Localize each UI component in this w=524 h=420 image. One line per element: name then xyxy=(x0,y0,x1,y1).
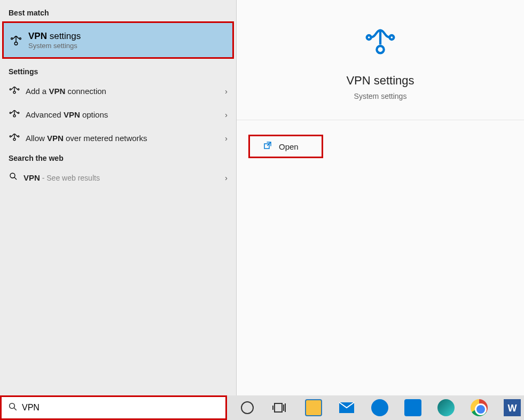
word-button[interactable]: W xyxy=(500,396,524,419)
open-button[interactable]: Open xyxy=(248,135,323,158)
chrome-icon xyxy=(471,399,488,416)
chevron-right-icon: › xyxy=(225,134,228,143)
settings-item-allow-vpn-metered[interactable]: Allow VPN over metered networks › xyxy=(0,126,236,150)
svg-text:W: W xyxy=(508,403,517,414)
svg-point-9 xyxy=(13,138,15,141)
open-label: Open xyxy=(279,142,299,151)
svg-point-0 xyxy=(14,42,18,45)
svg-point-4 xyxy=(10,89,11,90)
svg-point-6 xyxy=(13,115,15,117)
chevron-right-icon: › xyxy=(225,110,228,119)
preview-panel: VPN settings System settings xyxy=(237,0,524,395)
edge-icon xyxy=(437,399,455,416)
vpn-icon xyxy=(9,108,20,120)
word-icon: W xyxy=(504,399,521,416)
dell-button[interactable] xyxy=(368,396,392,419)
vpn-icon xyxy=(10,34,22,46)
svg-point-5 xyxy=(18,89,19,90)
svg-rect-18 xyxy=(275,403,282,412)
svg-point-7 xyxy=(10,112,11,114)
search-box[interactable] xyxy=(0,395,227,420)
office-button[interactable] xyxy=(401,396,425,419)
mail-icon xyxy=(338,399,355,416)
file-explorer-icon xyxy=(305,399,322,416)
taskbar: W xyxy=(0,395,524,420)
preview-content: VPN settings System settings xyxy=(237,0,524,120)
dell-icon xyxy=(371,399,388,416)
svg-point-14 xyxy=(367,35,371,40)
web-result-vpn[interactable]: VPN - See web results › xyxy=(0,166,236,189)
file-explorer-button[interactable] xyxy=(302,396,325,419)
search-input[interactable] xyxy=(22,403,219,413)
chevron-right-icon: › xyxy=(225,87,228,96)
svg-point-15 xyxy=(389,35,394,40)
vpn-large-icon xyxy=(363,25,397,61)
svg-point-12 xyxy=(10,173,15,178)
chevron-right-icon: › xyxy=(225,173,228,182)
best-match-texts: VPN settings System settings xyxy=(28,31,81,50)
open-icon xyxy=(263,141,272,152)
preview-subtitle: System settings xyxy=(354,92,407,100)
section-best-match: Best match xyxy=(0,4,236,20)
results-left-panel: Best match VPN settings System settings … xyxy=(0,0,237,395)
svg-point-1 xyxy=(11,38,13,40)
taskbar-buttons: W xyxy=(236,396,524,419)
svg-point-13 xyxy=(377,46,384,53)
svg-point-10 xyxy=(10,136,11,137)
vpn-icon xyxy=(9,85,20,97)
svg-point-2 xyxy=(19,38,21,40)
svg-point-11 xyxy=(18,136,19,137)
edge-button[interactable] xyxy=(434,396,458,419)
search-icon xyxy=(8,402,18,414)
settings-item-add-vpn[interactable]: Add a VPN connection › xyxy=(0,79,236,103)
cortana-button[interactable] xyxy=(236,396,259,419)
task-view-icon xyxy=(272,399,289,416)
cortana-icon xyxy=(241,401,254,414)
preview-actions xyxy=(237,120,524,120)
search-icon xyxy=(9,172,18,183)
chrome-button[interactable] xyxy=(467,396,491,419)
settings-item-advanced-vpn[interactable]: Advanced VPN options › xyxy=(0,103,236,126)
task-view-button[interactable] xyxy=(269,396,292,419)
section-settings: Settings xyxy=(0,63,236,79)
svg-point-17 xyxy=(10,403,15,409)
best-match-vpn-settings[interactable]: VPN settings System settings xyxy=(2,21,234,59)
office-icon xyxy=(404,399,421,416)
svg-point-8 xyxy=(18,112,19,114)
vpn-icon xyxy=(9,132,20,144)
section-search-web: Search the web xyxy=(0,150,236,166)
search-results-layout: Best match VPN settings System settings … xyxy=(0,0,524,395)
svg-point-3 xyxy=(13,91,15,94)
mail-button[interactable] xyxy=(335,396,358,419)
preview-title: VPN settings xyxy=(346,74,414,88)
